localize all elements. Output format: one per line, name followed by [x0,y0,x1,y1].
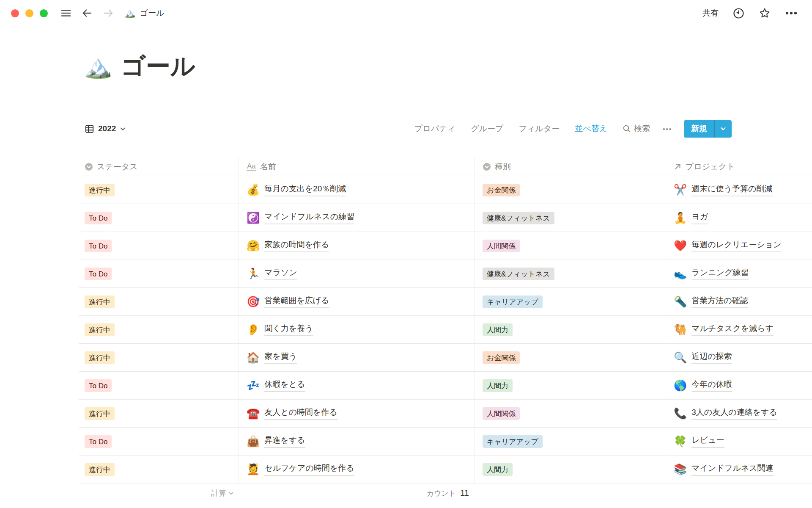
project-page-link[interactable]: 🧘ヨガ [674,211,708,224]
cell-status[interactable]: To Do [79,428,239,455]
breadcrumb-page-title[interactable]: ゴール [140,8,164,19]
cell-type[interactable]: 人間関係 [475,232,666,260]
cell-name[interactable]: 🎯営業範囲を広げる [239,288,475,315]
type-badge[interactable]: 人間力 [483,323,513,336]
cell-type[interactable]: 健康&フィットネス [475,260,666,287]
column-header-name[interactable]: Aa 名前 [239,157,475,176]
type-badge[interactable]: 健康&フィットネス [483,268,554,280]
cell-name[interactable]: ☯️マインドフルネスの練習 [239,204,475,232]
project-page-link[interactable]: ✂️週末に使う予算の削減 [674,183,773,196]
cell-status[interactable]: 進行中 [79,288,239,315]
cell-project[interactable]: 🔦営業方法の確認 [666,288,812,315]
status-badge[interactable]: 進行中 [85,351,115,364]
search-button[interactable]: 検索 [623,123,650,134]
status-badge[interactable]: To Do [85,379,112,392]
project-page-link[interactable]: 🌎今年の休暇 [674,379,732,392]
goal-page-link[interactable]: 🏠家を買う [247,351,297,364]
group-menu-item[interactable]: グループ [471,123,503,134]
goal-page-link[interactable]: ☯️マインドフルネスの練習 [247,211,354,224]
share-button[interactable]: 共有 [702,8,719,19]
project-page-link[interactable]: 📚マインドフルネス関連 [674,463,774,476]
type-badge[interactable]: お金関係 [483,351,520,364]
status-badge[interactable]: To Do [85,212,112,224]
type-badge[interactable]: 人間力 [483,463,513,476]
close-window-button[interactable] [11,9,19,17]
project-page-link[interactable]: ❤️毎週のレクリエーション [674,239,782,252]
goal-page-link[interactable]: 👂聞く力を養う [247,323,313,336]
type-badge[interactable]: 健康&フィットネス [483,212,554,224]
goal-page-link[interactable]: 💤休暇をとる [247,379,305,392]
cell-name[interactable]: 💰毎月の支出を20％削減 [239,176,475,204]
cell-status[interactable]: To Do [79,260,239,287]
goal-page-link[interactable]: 👜昇進をする [247,435,305,448]
goal-page-link[interactable]: 💰毎月の支出を20％削減 [247,183,346,196]
cell-type[interactable]: キャリアアップ [475,428,666,455]
cell-status[interactable]: 進行中 [79,316,239,343]
cell-name[interactable]: 👂聞く力を養う [239,316,475,343]
cell-project[interactable]: 👟ランニング練習 [666,260,812,287]
cell-type[interactable]: 人間関係 [475,400,666,427]
project-page-link[interactable]: 🔦営業方法の確認 [674,295,748,308]
status-badge[interactable]: To Do [85,268,112,280]
cell-type[interactable]: キャリアアップ [475,288,666,315]
project-page-link[interactable]: 📞3人の友人の連絡をする [674,407,777,420]
cell-status[interactable]: 進行中 [79,456,239,483]
cell-project[interactable]: 🧘ヨガ [666,204,812,232]
cell-name[interactable]: ☎️友人との時間を作る [239,400,475,427]
status-badge[interactable]: 進行中 [85,295,115,308]
type-badge[interactable]: キャリアアップ [483,295,543,308]
updates-clock-icon[interactable] [733,8,744,19]
cell-name[interactable]: 💆セルフケアの時間を作る [239,456,475,483]
column-header-project[interactable]: プロジェクト [666,157,812,176]
status-badge[interactable]: 進行中 [85,463,115,476]
column-header-type[interactable]: 種別 [475,157,666,176]
status-badge[interactable]: 進行中 [85,184,115,196]
goal-page-link[interactable]: 🏃マラソン [247,267,297,280]
filter-menu-item[interactable]: フィルター [519,123,560,134]
project-page-link[interactable]: 🍀レビュー [674,435,724,448]
type-badge[interactable]: 人間力 [483,379,513,392]
cell-project[interactable]: 🍀レビュー [666,428,812,455]
sidebar-toggle-icon[interactable] [60,8,71,19]
project-page-link[interactable]: 🐫マルチタスクを減らす [674,323,774,336]
status-badge[interactable]: To Do [85,240,112,252]
cell-type[interactable]: お金関係 [475,344,666,371]
toolbar-more-icon[interactable]: ••• [663,125,672,133]
properties-menu-item[interactable]: プロパティ [414,123,455,134]
cell-type[interactable]: 健康&フィットネス [475,204,666,232]
count-aggregate[interactable]: カウント 11 [427,488,475,498]
cell-status[interactable]: To Do [79,204,239,232]
zoom-window-button[interactable] [40,9,48,17]
cell-project[interactable]: 📞3人の友人の連絡をする [666,400,812,427]
type-badge[interactable]: キャリアアップ [483,435,543,448]
cell-status[interactable]: To Do [79,232,239,260]
project-page-link[interactable]: 🔍近辺の探索 [674,351,732,364]
page-title-text[interactable]: ゴール [121,50,195,82]
cell-type[interactable]: お金関係 [475,176,666,204]
type-badge[interactable]: お金関係 [483,184,520,196]
cell-status[interactable]: 進行中 [79,176,239,204]
status-badge[interactable]: To Do [85,435,112,448]
calculate-button[interactable]: 計算 [211,488,239,498]
cell-status[interactable]: To Do [79,372,239,399]
view-switcher[interactable]: 2022 [85,124,126,134]
cell-type[interactable]: 人間力 [475,372,666,399]
status-badge[interactable]: 進行中 [85,323,115,336]
cell-project[interactable]: 📚マインドフルネス関連 [666,456,812,483]
type-badge[interactable]: 人間関係 [483,407,520,420]
more-options-icon[interactable] [785,11,798,15]
cell-project[interactable]: 🐫マルチタスクを減らす [666,316,812,343]
type-badge[interactable]: 人間関係 [483,240,520,252]
cell-name[interactable]: 💤休暇をとる [239,372,475,399]
new-record-button[interactable]: 新規 [684,120,732,138]
cell-type[interactable]: 人間力 [475,316,666,343]
goal-page-link[interactable]: 🎯営業範囲を広げる [247,295,329,308]
goal-page-link[interactable]: 💆セルフケアの時間を作る [247,463,354,476]
cell-type[interactable]: 人間力 [475,456,666,483]
minimize-window-button[interactable] [25,9,33,17]
goal-page-link[interactable]: ☎️友人との時間を作る [247,407,337,420]
forward-arrow-icon[interactable] [103,8,114,19]
cell-project[interactable]: 🌎今年の休暇 [666,372,812,399]
cell-name[interactable]: 🏃マラソン [239,260,475,287]
column-header-status[interactable]: ステータス [79,157,239,176]
